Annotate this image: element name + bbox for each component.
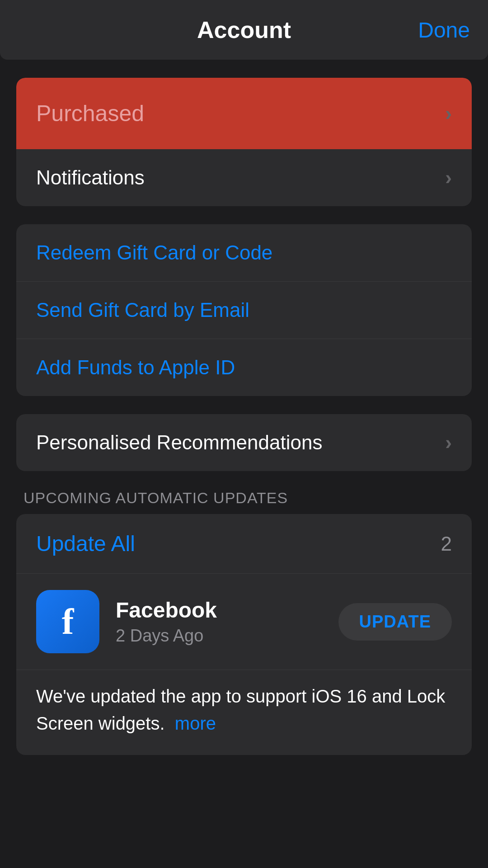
facebook-f-logo: f bbox=[62, 601, 74, 642]
personalised-recommendations-item[interactable]: Personalised Recommendations › bbox=[16, 414, 472, 471]
add-funds-label: Add Funds to Apple ID bbox=[36, 356, 235, 379]
notifications-item[interactable]: Notifications › bbox=[16, 149, 472, 206]
personalised-recommendations-label: Personalised Recommendations bbox=[36, 431, 322, 454]
notifications-chevron: › bbox=[445, 166, 452, 189]
recommendations-chevron: › bbox=[445, 431, 452, 454]
facebook-description-row: We've updated the app to support iOS 16 … bbox=[16, 670, 472, 755]
purchased-item[interactable]: Purchased › bbox=[16, 78, 472, 149]
facebook-app-row: f Facebook 2 Days Ago UPDATE bbox=[16, 574, 472, 670]
done-button[interactable]: Done bbox=[418, 18, 470, 42]
send-gift-card-label: Send Gift Card by Email bbox=[36, 299, 249, 321]
facebook-app-icon: f bbox=[36, 590, 99, 653]
facebook-app-info: Facebook 2 Days Ago bbox=[116, 598, 338, 646]
purchased-label: Purchased bbox=[36, 100, 144, 127]
add-funds-item[interactable]: Add Funds to Apple ID bbox=[16, 339, 472, 396]
content-area: Purchased › Notifications › Redeem Gift … bbox=[0, 60, 488, 791]
page-title: Account bbox=[197, 16, 291, 43]
facebook-app-date: 2 Days Ago bbox=[116, 626, 338, 646]
upcoming-updates-label: UPCOMING AUTOMATIC UPDATES bbox=[23, 489, 472, 507]
redeem-gift-card-label: Redeem Gift Card or Code bbox=[36, 241, 272, 264]
send-gift-card-item[interactable]: Send Gift Card by Email bbox=[16, 282, 472, 339]
account-section: Purchased › Notifications › bbox=[16, 78, 472, 206]
facebook-description-text: We've updated the app to support iOS 16 … bbox=[36, 686, 445, 733]
purchased-chevron: › bbox=[445, 102, 452, 125]
facebook-description-more[interactable]: more bbox=[175, 713, 216, 733]
notifications-label: Notifications bbox=[36, 166, 145, 189]
header: Account Done bbox=[0, 0, 488, 60]
recommendations-section: Personalised Recommendations › bbox=[16, 414, 472, 471]
redeem-gift-card-item[interactable]: Redeem Gift Card or Code bbox=[16, 224, 472, 282]
gift-card-section: Redeem Gift Card or Code Send Gift Card … bbox=[16, 224, 472, 396]
facebook-update-button[interactable]: UPDATE bbox=[338, 603, 452, 641]
update-count: 2 bbox=[441, 533, 452, 555]
update-all-row[interactable]: Update All 2 bbox=[16, 514, 472, 574]
update-all-label: Update All bbox=[36, 531, 135, 556]
updates-section: Update All 2 f Facebook 2 Days Ago UPDAT… bbox=[16, 514, 472, 755]
facebook-app-name: Facebook bbox=[116, 598, 338, 623]
